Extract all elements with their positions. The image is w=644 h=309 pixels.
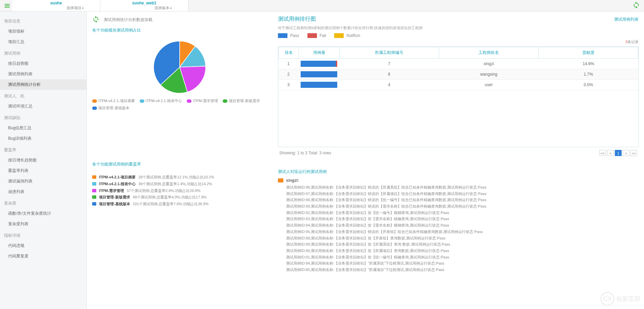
breadcrumb: sushe 选择项目 sushe_web1 选择版本 <box>12 0 188 11</box>
run-item: 测试用例ID:92,测试用例名称:【业务需求回收站】按【统一编号】模糊查询,测试… <box>286 210 639 216</box>
sidebar-item[interactable]: 项目指标 <box>0 26 86 37</box>
left-panel: 测试用例统计分析数据加载 各个功能模块测试用例占比 ITPM-v4.2.1-项目… <box>87 12 273 309</box>
run-item: 测试用例ID:93,测试用例名称:【业务需求回收站】按【需求名称】精确查询,测试… <box>286 216 639 222</box>
sidebar-section-coverage: 覆盖率 <box>0 144 86 155</box>
legend-item[interactable]: 项目管理-基线版本 <box>92 105 129 111</box>
sidebar-item[interactable]: 按日趋势图 <box>0 58 86 69</box>
user-swatch-icon <box>278 178 283 182</box>
rank-legend: Pass Fail NotRun <box>278 33 639 38</box>
sidebar-section-people: 测试人、机 <box>0 90 86 101</box>
run-item: 测试用例ID:96,测试用例名称:【业务需求回收站】错误的【所属系统】组合已知条… <box>286 184 639 191</box>
run-list: 测试用例ID:96,测试用例名称:【业务需求回收站】错误的【所属系统】组合已知条… <box>278 184 639 273</box>
run-item: 测试用例ID:85,测试用例名称:【业务需求回收站】"所属项目"下拉框测试,测试… <box>286 267 639 273</box>
menu-icon[interactable] <box>2 1 12 11</box>
sidebar-item[interactable]: 按日增长趋势图 <box>0 155 86 166</box>
sidebar-item[interactable]: 复杂度列表 <box>0 219 86 229</box>
record-count: 3条记录 <box>278 39 639 44</box>
legend-notrun: NotRun <box>334 33 360 38</box>
footer-text: Showing: 1 to 3 Total: 3 rows <box>279 151 331 155</box>
rank-table: 排名用例量所属工程师编号工程师姓名贡献度 1 7xingzi14.6%2 8wa… <box>278 46 639 147</box>
legend-item[interactable]: 项目管理-新版需求 <box>223 98 260 103</box>
pie-chart <box>153 40 207 94</box>
run-user: xingzi: <box>278 178 639 183</box>
sidebar-item[interactable]: 测试漏洞列表 <box>0 176 86 187</box>
table-row[interactable]: 1 7xingzi14.6% <box>278 59 638 69</box>
coverage-title: 各个功能测试用例的覆盖率 <box>92 161 267 167</box>
main-container: 项目信息 项目指标项目汇总 测试用例 按日趋势图测试用例列表测试用例统计分析 测… <box>0 12 644 309</box>
sidebar-section-case: 测试用例 <box>0 47 86 58</box>
sidebar-item[interactable]: Bug信息汇总 <box>0 123 86 133</box>
sidebar-item[interactable]: 覆盖率列表 <box>0 166 86 176</box>
sidebar-item[interactable]: 崩溃列表 <box>0 187 86 197</box>
main: 测试用例统计分析数据加载 各个功能模块测试用例占比 ITPM-v4.2.1-项目… <box>87 12 644 309</box>
run-item: 测试用例ID:98,测试用例名称:【业务需求回收站】错误的【统一编号】组合已知条… <box>286 197 639 203</box>
sidebar-item[interactable]: 代码重复度 <box>0 251 86 262</box>
sidebar-section-defect: 测试缺陷 <box>0 112 86 123</box>
run-item: 测试用例ID:95,测试用例名称:【业务需求回收站】错误的【开发组】组合已知条件… <box>286 229 639 235</box>
topbar: sushe 选择项目 sushe_web1 选择版本 <box>0 0 644 12</box>
table-footer: Showing: 1 to 3 Total: 3 rows <<<1>>> <box>278 147 639 159</box>
coverage-item: ITPM-v4.2.1-报表中心39个测试用例,总覆盖率1.4%,功能占比14.… <box>92 181 267 188</box>
run-item: 测试用例ID:89,测试用例名称:【业务需求回收站】按【所属系统】查询 数据,测… <box>286 241 639 248</box>
pager-button[interactable]: << <box>599 150 606 156</box>
sidebar-section-complex: 复杂度 <box>0 197 86 208</box>
run-item: 测试用例ID:88,测试用例名称:【业务需求回收站】按【开发组】查询数据,测试用… <box>286 235 639 242</box>
run-item: 测试用例ID:94,测试用例名称:【业务需求回收站】按【需求名称】模糊查询,测试… <box>286 222 639 229</box>
pager-button[interactable]: >> <box>630 150 637 156</box>
pager-button[interactable]: < <box>607 150 614 156</box>
table-header[interactable]: 排名 <box>279 47 299 59</box>
coverage-item: 项目管理-新版需求49个测试用例,总覆盖率4.0%,功能占比17.9% <box>92 194 267 201</box>
run-item: 测试用例ID:90,测试用例名称:【业务需求回收站】按【所属项目】查询数据,测试… <box>286 248 639 254</box>
run-item: 测试用例ID:84,测试用例名称:【业务需求回收站】"所属系统"下拉框测试,测试… <box>286 260 639 267</box>
rank-title: 测试用例排行图 <box>278 16 316 23</box>
run-title: 测试人对应运行的测试用例 <box>278 169 639 175</box>
pager: <<<1>>> <box>599 150 637 156</box>
project-sub[interactable]: 选择项目 <box>15 5 97 11</box>
version-selector[interactable]: sushe_web1 选择版本 <box>100 0 188 11</box>
table-header[interactable]: 工程师姓名 <box>439 47 539 59</box>
rank-desc: 对于测试工程师利用tt录制的测试用例个数累计给出排行榜,快速的找到表现突出的工程… <box>278 25 639 31</box>
coverage-list: ITPM-v4.2.1-项目摘要28个测试用例,总覆盖率12.1%,功能占比10… <box>92 174 267 208</box>
run-section: 测试人对应运行的测试用例 xingzi: 测试用例ID:96,测试用例名称:【业… <box>278 169 639 273</box>
left-header-text: 测试用例统计分析数据加载 <box>104 17 153 23</box>
project-name: sushe <box>15 1 97 5</box>
legend-item[interactable]: ITPM-v4.2.1-报表中心 <box>140 98 182 103</box>
pager-button[interactable]: 1 <box>615 150 622 156</box>
pie-title: 各个功能模块测试用例占比 <box>92 27 267 33</box>
table-header[interactable]: 贡献度 <box>539 47 638 59</box>
legend-fail: Fail <box>307 33 326 38</box>
pager-button[interactable]: > <box>623 150 629 156</box>
sidebar-section-metric: 指标详细 <box>0 229 86 240</box>
refresh-data-icon[interactable] <box>92 16 100 24</box>
coverage-item: 项目管理-基线版本101个测试用例,总覆盖率7.6%,功能占比36.9% <box>92 201 267 208</box>
sidebar-item[interactable]: Bug详细列表 <box>0 133 86 144</box>
table-header[interactable]: 所属工程师编号 <box>340 47 439 59</box>
run-item: 测试用例ID:99,测试用例名称:【业务需求回收站】错误的【需求名称】组合已知条… <box>286 203 639 210</box>
version-name: sushe_web1 <box>103 1 185 5</box>
sidebar: 项目信息 项目指标项目汇总 测试用例 按日趋势图测试用例列表测试用例统计分析 测… <box>0 12 87 309</box>
sidebar-item[interactable]: 项目汇总 <box>0 37 86 47</box>
sidebar-item[interactable]: 代码违规 <box>0 240 86 251</box>
coverage-item: ITPM-需求管理57个测试用例,总覆盖率2.8%,功能占比20.8% <box>92 188 267 194</box>
sidebar-item[interactable]: 测试用例列表 <box>0 69 86 79</box>
run-item: 测试用例ID:91,测试用例名称:【业务需求回收站】按【统一编号】精确查询,测试… <box>286 254 639 260</box>
legend-item[interactable]: ITPM-需求管理 <box>187 98 218 103</box>
version-sub[interactable]: 选择版本 <box>103 5 185 11</box>
sidebar-item[interactable]: 测试用例统计分析 <box>0 79 86 90</box>
sidebar-item[interactable]: 测试环境汇总 <box>0 101 86 112</box>
case-list-link[interactable]: 测试用例列表 <box>614 17 639 22</box>
run-item: 测试用例ID:97,测试用例名称:【业务需求回收站】错误的【所属项目】组合已知条… <box>286 191 639 197</box>
sidebar-section-project: 项目信息 <box>0 15 86 26</box>
table-header[interactable]: 用例量 <box>299 47 340 59</box>
refresh-icon[interactable] <box>632 1 640 10</box>
legend-pass: Pass <box>278 33 299 38</box>
sidebar-item[interactable]: 函数/类/文件复杂度统计 <box>0 208 86 219</box>
table-row[interactable]: 2 8wangxing1.7% <box>278 69 638 80</box>
coverage-item: ITPM-v4.2.1-项目摘要28个测试用例,总覆盖率12.1%,功能占比10… <box>92 174 267 181</box>
pie-legend: ITPM-v4.2.1-项目摘要ITPM-v4.2.1-报表中心ITPM-需求管… <box>92 98 267 111</box>
project-selector[interactable]: sushe 选择项目 <box>12 0 100 11</box>
legend-item[interactable]: ITPM-v4.2.1-项目摘要 <box>92 98 135 103</box>
table-row[interactable]: 3 4user0.0% <box>278 80 638 90</box>
right-panel: 测试用例排行图 测试用例列表 对于测试工程师利用tt录制的测试用例个数累计给出排… <box>273 12 644 309</box>
